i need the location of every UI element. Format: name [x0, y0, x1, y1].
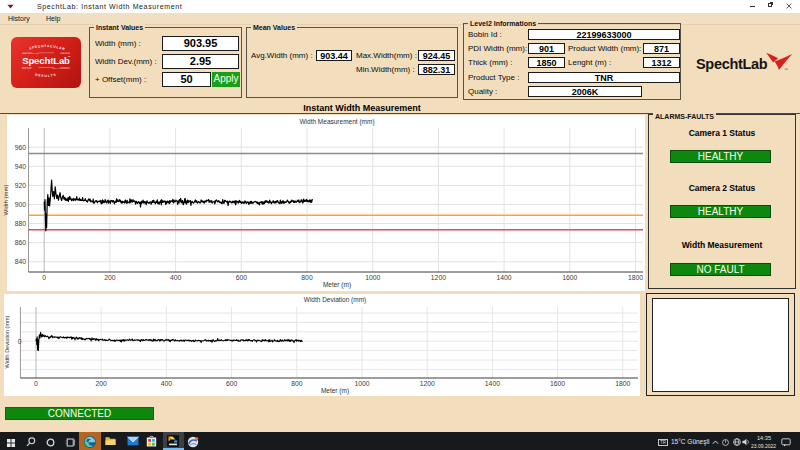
- svg-text:920: 920: [15, 182, 27, 189]
- svg-text:1000: 1000: [354, 380, 369, 387]
- svg-text:Meter (m): Meter (m): [323, 281, 351, 289]
- svg-text:SpechtLab: SpechtLab: [22, 55, 70, 66]
- svg-text:Meter (m): Meter (m): [321, 387, 349, 395]
- svg-text:0: 0: [18, 338, 22, 345]
- svg-text:EST 2013: EST 2013: [22, 67, 32, 69]
- svg-text:860: 860: [15, 239, 27, 246]
- svg-text:1400: 1400: [497, 274, 512, 281]
- svg-text:0: 0: [34, 380, 38, 387]
- svg-text:600: 600: [236, 274, 248, 281]
- svg-text:1600: 1600: [550, 380, 565, 387]
- svg-text:880: 880: [15, 220, 27, 227]
- svg-text:1200: 1200: [420, 380, 435, 387]
- svg-text:Width Measurement (mm): Width Measurement (mm): [299, 118, 374, 126]
- svg-text:RESULTS: RESULTS: [35, 73, 58, 78]
- svg-text:™: ™: [68, 56, 71, 59]
- svg-text:900: 900: [15, 201, 27, 208]
- svg-text:200: 200: [96, 380, 108, 387]
- svg-text:400: 400: [170, 274, 182, 281]
- svg-text:SPECHTACULAR: SPECHTACULAR: [29, 44, 66, 51]
- svg-text:960: 960: [15, 144, 27, 151]
- svg-text:1000: 1000: [365, 274, 380, 281]
- svg-text:Width Deviation (mm): Width Deviation (mm): [4, 315, 10, 368]
- svg-text:600: 600: [226, 380, 238, 387]
- svg-text:1800: 1800: [615, 380, 630, 387]
- svg-text:940: 940: [15, 163, 27, 170]
- svg-text:800: 800: [301, 274, 313, 281]
- svg-text:1600: 1600: [562, 274, 577, 281]
- svg-text:Width (mm): Width (mm): [3, 185, 9, 216]
- svg-text:™: ™: [784, 67, 788, 72]
- svg-text:200: 200: [104, 274, 116, 281]
- svg-text:1200: 1200: [431, 274, 446, 281]
- svg-text:WITH THOROUGH: WITH THOROUGH: [52, 67, 70, 69]
- svg-text:840: 840: [15, 258, 27, 265]
- svg-text:0: 0: [42, 274, 46, 281]
- svg-text:1400: 1400: [485, 380, 500, 387]
- svg-text:400: 400: [161, 380, 173, 387]
- svg-text:Width Deviation (mm): Width Deviation (mm): [304, 296, 366, 304]
- svg-text:1800: 1800: [628, 274, 643, 281]
- svg-text:800: 800: [291, 380, 303, 387]
